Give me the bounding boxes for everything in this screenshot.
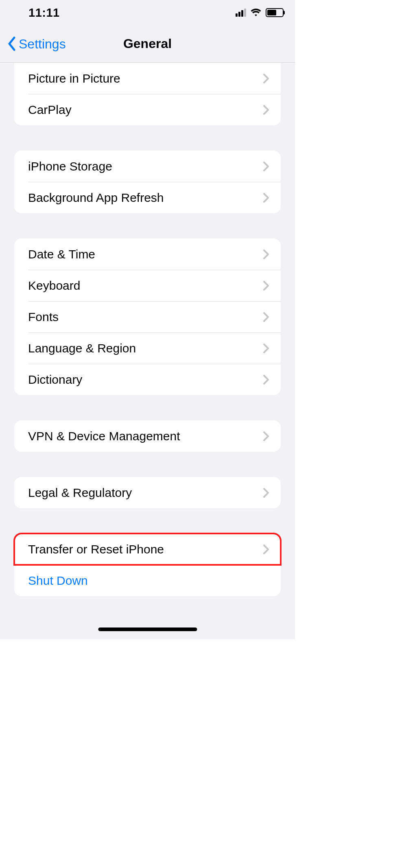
- chevron-right-icon: [263, 488, 269, 498]
- status-time: 11:11: [0, 6, 60, 20]
- chevron-right-icon: [263, 544, 269, 555]
- chevron-right-icon: [263, 312, 269, 322]
- settings-group: Picture in PictureCarPlay: [14, 63, 281, 125]
- settings-group: Date & TimeKeyboardFontsLanguage & Regio…: [14, 238, 281, 395]
- row-fonts[interactable]: Fonts: [14, 301, 281, 332]
- settings-group: iPhone StorageBackground App Refresh: [14, 151, 281, 213]
- settings-group: Transfer or Reset iPhoneShut Down: [14, 533, 281, 596]
- row-iphone-storage[interactable]: iPhone Storage: [14, 151, 281, 182]
- row-date-time[interactable]: Date & Time: [14, 238, 281, 270]
- row-vpn-device-management[interactable]: VPN & Device Management: [14, 420, 281, 452]
- row-label: Background App Refresh: [28, 191, 164, 205]
- row-label: VPN & Device Management: [28, 429, 180, 443]
- screen: 11:11 Settings General Picture in Pictur…: [0, 0, 295, 639]
- wifi-icon: [250, 8, 262, 17]
- row-label: Shut Down: [28, 574, 88, 588]
- row-label: CarPlay: [28, 103, 72, 117]
- row-transfer-reset[interactable]: Transfer or Reset iPhone: [14, 533, 281, 565]
- row-label: Keyboard: [28, 279, 80, 293]
- chevron-left-icon: [7, 37, 16, 51]
- status-indicators: [236, 8, 284, 17]
- row-language-region[interactable]: Language & Region: [14, 332, 281, 364]
- chevron-right-icon: [263, 192, 269, 203]
- row-dictionary[interactable]: Dictionary: [14, 364, 281, 395]
- row-legal-regulatory[interactable]: Legal & Regulatory: [14, 477, 281, 508]
- row-background-app-refresh[interactable]: Background App Refresh: [14, 182, 281, 213]
- back-label: Settings: [19, 36, 66, 51]
- chevron-right-icon: [263, 105, 269, 115]
- chevron-right-icon: [263, 161, 269, 172]
- settings-content: Picture in PictureCarPlayiPhone StorageB…: [0, 63, 295, 612]
- chevron-right-icon: [263, 431, 269, 442]
- chevron-right-icon: [263, 280, 269, 291]
- chevron-right-icon: [263, 73, 269, 84]
- row-label: Fonts: [28, 310, 59, 324]
- row-label: Picture in Picture: [28, 72, 120, 85]
- nav-bar: Settings General: [0, 25, 295, 63]
- row-label: iPhone Storage: [28, 160, 112, 173]
- status-bar: 11:11: [0, 0, 295, 25]
- back-button[interactable]: Settings: [7, 36, 66, 51]
- page-margin-bottom: [0, 639, 295, 868]
- row-label: Dictionary: [28, 373, 82, 387]
- row-label: Legal & Regulatory: [28, 486, 132, 500]
- row-label: Transfer or Reset iPhone: [28, 542, 164, 556]
- settings-group: VPN & Device Management: [14, 420, 281, 452]
- row-shut-down[interactable]: Shut Down: [14, 565, 281, 596]
- row-label: Language & Region: [28, 341, 136, 355]
- row-carplay[interactable]: CarPlay: [14, 94, 281, 125]
- row-keyboard[interactable]: Keyboard: [14, 270, 281, 301]
- chevron-right-icon: [263, 249, 269, 260]
- page-margin-right: [295, 0, 417, 868]
- chevron-right-icon: [263, 374, 269, 385]
- chevron-right-icon: [263, 343, 269, 354]
- row-picture-in-picture[interactable]: Picture in Picture: [14, 63, 281, 94]
- home-indicator[interactable]: [98, 627, 197, 631]
- page-title: General: [123, 36, 172, 51]
- row-label: Date & Time: [28, 247, 95, 261]
- cellular-signal-icon: [236, 9, 246, 17]
- settings-group: Legal & Regulatory: [14, 477, 281, 508]
- battery-icon: [266, 8, 284, 17]
